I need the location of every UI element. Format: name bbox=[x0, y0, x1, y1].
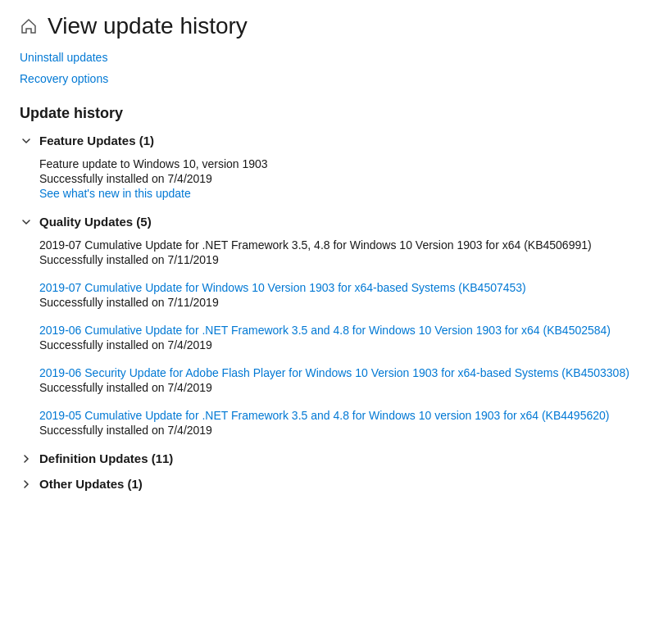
quality-update-item-4: 2019-06 Security Update for Adobe Flash … bbox=[39, 366, 648, 394]
feature-updates-title: Feature Updates (1) bbox=[39, 134, 154, 147]
quality-update-name-2[interactable]: 2019-07 Cumulative Update for Windows 10… bbox=[39, 281, 648, 294]
quality-updates-title: Quality Updates (5) bbox=[39, 215, 152, 229]
quality-updates-chevron bbox=[20, 215, 33, 229]
recovery-options-link[interactable]: Recovery options bbox=[20, 72, 648, 85]
page-title: View update history bbox=[48, 13, 248, 39]
quality-update-status-1: Successfully installed on 7/11/2019 bbox=[39, 253, 648, 266]
feature-updates-items: Feature update to Windows 10, version 19… bbox=[20, 157, 648, 200]
quality-update-name-1: 2019-07 Cumulative Update for .NET Frame… bbox=[39, 238, 648, 252]
other-updates-title: Other Updates (1) bbox=[39, 477, 143, 491]
definition-updates-chevron bbox=[20, 452, 33, 465]
quality-update-name-3[interactable]: 2019-06 Cumulative Update for .NET Frame… bbox=[39, 324, 648, 337]
other-updates-chevron bbox=[20, 478, 33, 491]
quality-update-status-4: Successfully installed on 7/4/2019 bbox=[39, 381, 648, 394]
nav-links: Uninstall updates Recovery options bbox=[20, 51, 648, 85]
definition-updates-group[interactable]: Definition Updates (11) bbox=[20, 451, 648, 465]
feature-update-extra-link-1[interactable]: See what's new in this update bbox=[39, 187, 191, 200]
page-header: View update history bbox=[20, 13, 648, 39]
other-updates-group[interactable]: Other Updates (1) bbox=[20, 477, 648, 491]
quality-updates-group: Quality Updates (5) 2019-07 Cumulative U… bbox=[20, 215, 648, 437]
feature-update-name-1: Feature update to Windows 10, version 19… bbox=[39, 157, 648, 170]
quality-update-status-3: Successfully installed on 7/4/2019 bbox=[39, 338, 648, 351]
quality-update-item-5: 2019-05 Cumulative Update for .NET Frame… bbox=[39, 409, 648, 437]
quality-updates-header[interactable]: Quality Updates (5) bbox=[20, 215, 648, 229]
uninstall-updates-link[interactable]: Uninstall updates bbox=[20, 51, 648, 64]
quality-update-item-2: 2019-07 Cumulative Update for Windows 10… bbox=[39, 281, 648, 309]
feature-updates-group: Feature Updates (1) Feature update to Wi… bbox=[20, 134, 648, 200]
quality-updates-items: 2019-07 Cumulative Update for .NET Frame… bbox=[20, 238, 648, 437]
feature-updates-chevron bbox=[20, 134, 33, 147]
quality-update-item-1: 2019-07 Cumulative Update for .NET Frame… bbox=[39, 238, 648, 266]
quality-update-name-5[interactable]: 2019-05 Cumulative Update for .NET Frame… bbox=[39, 409, 648, 422]
quality-update-status-5: Successfully installed on 7/4/2019 bbox=[39, 424, 648, 437]
feature-update-item-1: Feature update to Windows 10, version 19… bbox=[39, 157, 648, 200]
home-icon[interactable] bbox=[20, 17, 38, 35]
quality-update-status-2: Successfully installed on 7/11/2019 bbox=[39, 296, 648, 309]
quality-update-item-3: 2019-06 Cumulative Update for .NET Frame… bbox=[39, 324, 648, 351]
feature-update-status-1: Successfully installed on 7/4/2019 bbox=[39, 172, 648, 185]
quality-update-name-4[interactable]: 2019-06 Security Update for Adobe Flash … bbox=[39, 366, 648, 379]
section-title: Update history bbox=[20, 105, 648, 122]
feature-updates-header[interactable]: Feature Updates (1) bbox=[20, 134, 648, 147]
definition-updates-title: Definition Updates (11) bbox=[39, 451, 173, 465]
